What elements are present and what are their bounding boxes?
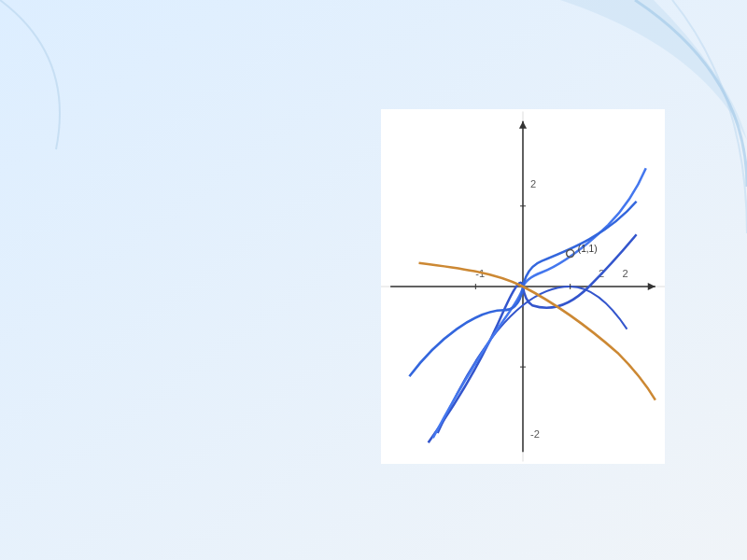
btn-1[interactable]: 1 (178, 253, 223, 276)
calc-keyboard: f(x) var const math trig ∧ x² √ , ( ) ÷ … (82, 147, 366, 307)
svg-text:2: 2 (530, 178, 536, 189)
settings-button[interactable]: Settings (388, 85, 446, 105)
calc-right-panel: entry sto▶ i (315, 81, 366, 147)
btn-del[interactable]: del (86, 253, 131, 276)
tab-graph-2[interactable]: Graph (296, 308, 366, 328)
btn-var[interactable]: var (133, 151, 177, 175)
btn-pi[interactable]: π (133, 202, 177, 225)
left-carrier-name: МегаФон (128, 67, 173, 77)
sto-button[interactable]: sto▶ (317, 105, 364, 125)
left-phone: ▌▌▌ ● МегаФон 🔒 ▮▮▮ √(18^2-9^2) entry st… (79, 60, 369, 330)
left-carrier-logo: ● (111, 65, 124, 78)
graph-header: Settings x=1,y=1 Functions (381, 81, 665, 109)
btn-log[interactable]: log (133, 253, 177, 276)
btn-ln[interactable]: ln (133, 228, 177, 251)
btn-row-6: clear 0 . ans enter (86, 278, 362, 301)
btn-3[interactable]: 3 (272, 253, 317, 276)
btn-row-3: x⁻¹ π 7 8 9 × (86, 202, 362, 225)
btn-sqrt[interactable]: √ (133, 176, 177, 200)
btn-row-1: f(x) var const math trig ∧ (86, 151, 362, 175)
btn-6[interactable]: 6 (272, 228, 317, 251)
btn-comma[interactable]: , (178, 176, 223, 200)
btn-plus[interactable]: + (317, 253, 362, 276)
right-tab-calculator-1[interactable]: Calculator (381, 465, 452, 484)
tab-calculator-1[interactable]: Calculator (82, 308, 153, 328)
svg-text:-2: -2 (530, 428, 540, 440)
left-lock-icon: 🔒 (322, 67, 333, 77)
main-content: ▌▌▌ ● МегаФон 🔒 ▮▮▮ √(18^2-9^2) entry st… (0, 60, 747, 487)
right-tab-calculator-2[interactable]: Calculator (524, 465, 595, 484)
btn-row-2: x² √ , ( ) ÷ (86, 176, 362, 200)
btn-trig[interactable]: trig (272, 151, 317, 175)
right-tab-graph-2[interactable]: Graph (595, 465, 665, 484)
graph-svg: 2 -1 2 2 -2 (1,1) (381, 109, 665, 464)
info-area: i (317, 127, 364, 146)
btn-exp[interactable]: eˣ (86, 228, 131, 251)
btn-fx[interactable]: f(x) (86, 151, 131, 175)
page-title: Графические калькуляторы (0, 0, 747, 60)
left-battery-icon: ▮▮▮ (339, 66, 359, 77)
btn-5[interactable]: 5 (225, 228, 270, 251)
btn-divide[interactable]: ÷ (317, 176, 362, 200)
btn-power[interactable]: ∧ (317, 151, 362, 175)
functions-button[interactable]: Functions (589, 86, 657, 105)
left-signal-icon: ▌▌▌ (90, 67, 107, 77)
btn-enter[interactable]: enter (317, 278, 362, 301)
svg-text:2: 2 (622, 268, 627, 279)
calc-expression-display: √(18^2-9^2) (82, 81, 315, 147)
btn-xsq[interactable]: x² (86, 176, 131, 200)
svg-text:(1,1): (1,1) (578, 244, 598, 254)
right-tab-graph-1[interactable]: Graph (452, 465, 523, 484)
right-battery-icon: ▮▮▮ (638, 66, 657, 77)
tab-calculator-2[interactable]: Calculator (225, 308, 296, 328)
btn-8[interactable]: 8 (225, 202, 270, 225)
btn-xinv[interactable]: x⁻¹ (86, 202, 131, 225)
btn-row-4: eˣ ln 4 5 6 − (86, 228, 362, 251)
right-phone: ▌▌▌ ● МегаФон ▮▮▮ Settings x=1,y=1 Funct… (378, 60, 668, 487)
right-status-bar: ▌▌▌ ● МегаФон ▮▮▮ (381, 63, 665, 81)
btn-close-paren[interactable]: ) (272, 176, 317, 200)
btn-row-5: del log 1 2 3 + (86, 253, 362, 276)
btn-9[interactable]: 9 (272, 202, 317, 225)
graph-area: 2 -1 2 2 -2 (1,1) (381, 109, 665, 464)
btn-const[interactable]: const (178, 151, 223, 175)
btn-multiply[interactable]: × (317, 202, 362, 225)
btn-0[interactable]: 0 (175, 278, 220, 301)
btn-ans[interactable]: ans (270, 278, 316, 301)
entry-button[interactable]: entry (317, 83, 364, 102)
coord-label: x=1,y=1 (498, 90, 539, 102)
right-carrier-name: МегаФон (427, 67, 472, 77)
info-icon: i (347, 129, 362, 144)
btn-open-paren[interactable]: ( (225, 176, 270, 200)
left-bottom-tabs: Calculator Graph Calculator Graph (82, 307, 366, 328)
right-carrier-logo: ● (410, 65, 423, 78)
tab-graph-1[interactable]: Graph (153, 308, 224, 328)
btn-4[interactable]: 4 (178, 228, 223, 251)
btn-math[interactable]: math (225, 151, 270, 175)
right-bottom-tabs: Calculator Graph Calculator Graph (381, 464, 665, 484)
left-status-bar: ▌▌▌ ● МегаФон 🔒 ▮▮▮ (82, 63, 366, 81)
calc-expression-text: √(18^2-9^2) (90, 87, 163, 103)
btn-7[interactable]: 7 (178, 202, 223, 225)
btn-minus[interactable]: − (317, 228, 362, 251)
btn-2[interactable]: 2 (225, 253, 270, 276)
right-signal-icon: ▌▌▌ (388, 67, 406, 77)
btn-dot[interactable]: . (222, 278, 268, 301)
btn-clear[interactable]: clear (86, 278, 173, 301)
calc-display-area: √(18^2-9^2) entry sto▶ i (82, 81, 366, 147)
